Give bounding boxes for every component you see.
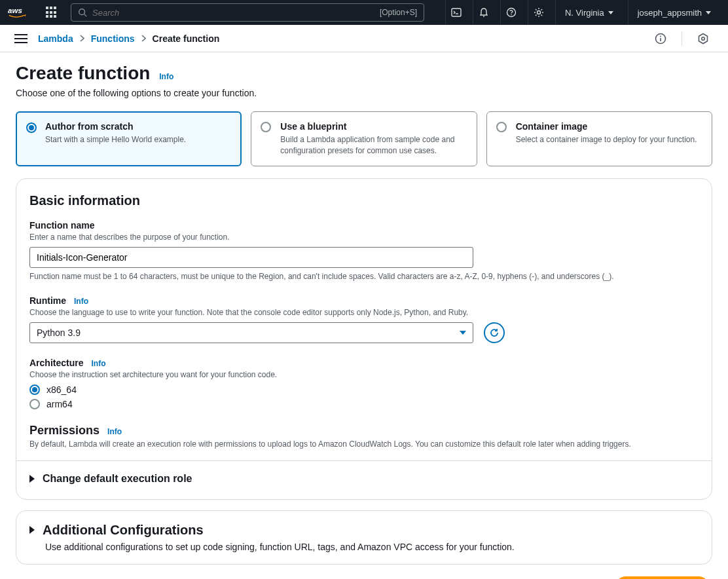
main-content: Create function Info Choose one of the f… xyxy=(0,52,728,579)
additional-configurations-panel: Additional Configurations Use additional… xyxy=(16,510,712,565)
svg-line-2 xyxy=(84,14,87,17)
breadcrumb-bar: Lambda Functions Create function xyxy=(0,25,728,52)
function-name-field: Function name Enter a name that describe… xyxy=(29,220,699,281)
chevron-right-icon xyxy=(141,35,146,42)
search-shortcut-label: [Option+S] xyxy=(380,8,417,17)
user-label: joseph_appsmith xyxy=(638,8,702,18)
breadcrumb-section[interactable]: Functions xyxy=(91,33,135,44)
field-label: Runtime xyxy=(29,295,66,306)
info-link[interactable]: Info xyxy=(107,427,122,436)
svg-marker-12 xyxy=(699,33,708,43)
field-desc: Choose the instruction set architecture … xyxy=(29,370,699,379)
field-label: Architecture xyxy=(29,358,83,368)
divider xyxy=(682,31,682,46)
option-desc: Select a container image to deploy for y… xyxy=(516,134,701,145)
field-label: Permissions xyxy=(29,424,100,438)
svg-point-13 xyxy=(702,37,705,40)
basic-information-panel: Basic information Function name Enter a … xyxy=(16,178,712,500)
refresh-runtimes-button[interactable] xyxy=(484,322,505,343)
notifications-icon[interactable] xyxy=(473,0,495,25)
breadcrumb-service[interactable]: Lambda xyxy=(38,33,73,44)
services-grid-icon[interactable] xyxy=(46,7,58,18)
settings-gear-icon[interactable] xyxy=(528,0,550,25)
footer-actions: Cancel Create function xyxy=(16,576,712,579)
option-use-blueprint[interactable]: Use a blueprint Build a Lambda applicati… xyxy=(251,111,477,166)
preferences-icon[interactable] xyxy=(693,28,714,49)
field-constraint: Function name must be 1 to 64 characters… xyxy=(29,272,699,281)
page-subtitle: Choose one of the following options to c… xyxy=(16,88,712,98)
region-label: N. Virginia xyxy=(565,8,604,18)
field-desc: Enter a name that describes the purpose … xyxy=(29,233,699,242)
divider xyxy=(16,460,712,461)
architecture-option-arm64[interactable]: arm64 xyxy=(29,399,699,409)
option-desc: Build a Lambda application from sample c… xyxy=(280,134,465,157)
option-title: Container image xyxy=(516,121,701,132)
additional-config-expander[interactable]: Additional Configurations xyxy=(29,523,699,538)
top-nav: aws [Option+S] N. Virginia joseph_appsmi… xyxy=(0,0,728,25)
breadcrumb-current: Create function xyxy=(153,33,220,44)
execution-role-expander[interactable]: Change default execution role xyxy=(29,473,699,485)
info-link[interactable]: Info xyxy=(74,297,88,306)
page-header: Create function Info Choose one of the f… xyxy=(16,63,712,98)
expander-label: Additional Configurations xyxy=(43,523,204,538)
create-function-button[interactable]: Create function xyxy=(615,576,710,579)
refresh-icon xyxy=(489,327,500,338)
aws-logo[interactable]: aws xyxy=(8,6,29,19)
option-title: Author from scratch xyxy=(45,121,230,132)
radio-icon xyxy=(261,122,271,132)
runtime-select-value: Python 3.9 xyxy=(37,327,81,338)
info-link[interactable]: Info xyxy=(91,359,105,368)
info-panel-icon[interactable] xyxy=(650,28,671,49)
cancel-button[interactable]: Cancel xyxy=(557,576,606,579)
svg-point-1 xyxy=(79,9,85,15)
svg-point-10 xyxy=(660,35,661,37)
svg-rect-3 xyxy=(452,9,461,16)
page-title: Create function xyxy=(16,63,150,84)
runtime-select[interactable]: Python 3.9 xyxy=(29,322,473,343)
option-author-from-scratch[interactable]: Author from scratch Start with a simple … xyxy=(16,111,242,166)
radio-icon xyxy=(29,399,40,409)
option-desc: Start with a simple Hello World example. xyxy=(45,134,230,145)
triangle-right-icon xyxy=(29,475,35,483)
caret-down-icon xyxy=(608,11,613,14)
permissions-field: Permissions Info By default, Lambda will… xyxy=(29,424,699,449)
cloudshell-icon[interactable] xyxy=(445,0,467,25)
help-icon[interactable] xyxy=(500,0,522,25)
breadcrumb: Lambda Functions Create function xyxy=(38,33,219,44)
svg-text:aws: aws xyxy=(8,7,22,14)
option-title: Use a blueprint xyxy=(280,121,465,132)
caret-down-icon xyxy=(460,331,466,335)
option-container-image[interactable]: Container image Select a container image… xyxy=(486,111,712,166)
function-name-input[interactable] xyxy=(29,247,473,268)
additional-config-desc: Use additional configurations to set up … xyxy=(45,542,699,552)
runtime-field: Runtime Info Choose the language to use … xyxy=(29,295,699,343)
panel-heading: Basic information xyxy=(29,193,699,208)
search-icon xyxy=(78,8,87,17)
search-input[interactable] xyxy=(92,8,380,18)
chevron-right-icon xyxy=(80,35,84,42)
field-desc: Choose the language to use to write your… xyxy=(29,308,699,317)
svg-point-7 xyxy=(511,14,513,16)
triangle-right-icon xyxy=(29,526,35,534)
architecture-field: Architecture Info Choose the instruction… xyxy=(29,358,699,409)
menu-toggle-icon[interactable] xyxy=(14,34,27,43)
radio-icon xyxy=(29,384,40,395)
radio-icon xyxy=(26,122,37,133)
field-label: Function name xyxy=(29,220,699,231)
architecture-option-x86_64[interactable]: x86_64 xyxy=(29,384,699,395)
svg-point-8 xyxy=(537,11,541,14)
creation-options: Author from scratch Start with a simple … xyxy=(16,111,712,166)
caret-down-icon xyxy=(706,11,711,14)
region-selector[interactable]: N. Virginia xyxy=(555,0,623,25)
expander-label: Change default execution role xyxy=(43,473,192,485)
radio-label: x86_64 xyxy=(46,384,77,395)
field-desc: By default, Lambda will create an execut… xyxy=(29,439,699,449)
info-link[interactable]: Info xyxy=(159,72,173,81)
radio-label: arm64 xyxy=(46,399,73,409)
radio-icon xyxy=(496,122,507,132)
search-bar[interactable]: [Option+S] xyxy=(71,3,424,22)
account-selector[interactable]: joseph_appsmith xyxy=(628,0,720,25)
